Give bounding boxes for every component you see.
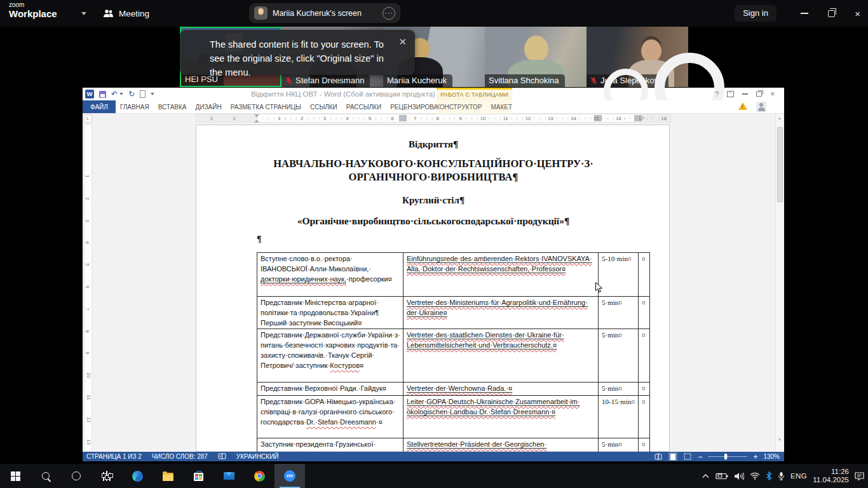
cell-german[interactable]: Vertreter·​des·​staatlichen·​Dienstes·​d… xyxy=(403,329,599,383)
cell-duration[interactable]: 5·​min¤ xyxy=(599,329,639,383)
people-icon xyxy=(103,9,114,18)
vertical-scrollbar[interactable]: ▲ ▼ xyxy=(775,114,783,452)
cell-german[interactable]: Vertreter·​des·​Ministeriums·​für·​Agrar… xyxy=(403,297,599,329)
avatar xyxy=(254,6,268,20)
cell-ukrainian[interactable]: Заступник·​президента·​Грузинської·​ xyxy=(257,438,403,452)
scroll-up-icon[interactable]: ▲ xyxy=(776,115,783,121)
indent-marker[interactable] xyxy=(254,114,260,123)
document-page[interactable]: Відкриття¶ НАВЧАЛЬНО-НАУКОВОГО·​КОНСУЛЬТ… xyxy=(196,125,670,452)
proofing-error-icon[interactable] xyxy=(218,453,226,460)
contextual-tab-1[interactable]: КОНСТРУКТОР xyxy=(431,100,486,114)
user-profile-icon[interactable] xyxy=(756,102,766,112)
cell-ukrainian[interactable]: Представник·​Міністерства·​аграрної·​пол… xyxy=(257,297,403,329)
task-view-button[interactable] xyxy=(92,464,122,488)
participant-video[interactable]: Svitlana Shchokina xyxy=(485,27,587,87)
sign-in-button[interactable]: Sign in xyxy=(735,5,776,22)
speaker-icon[interactable] xyxy=(734,472,744,480)
participant-video-strip: HEI PSUStefan DreesmannMariia KucherukSv… xyxy=(0,27,868,88)
cell-duration[interactable]: 5-10·​min¤ xyxy=(599,253,639,297)
ribbon-tab-1[interactable]: ФАЙЛ xyxy=(83,100,116,113)
cortana-button[interactable] xyxy=(61,464,92,488)
ribbon-tab-4[interactable]: ДИЗАЙН xyxy=(191,100,226,113)
read-mode-icon[interactable] xyxy=(654,452,663,461)
ruler-number: 14 xyxy=(571,116,576,121)
language-indicator[interactable]: УКРАИНСКИЙ xyxy=(236,453,279,460)
bluetooth-icon[interactable] xyxy=(766,471,772,480)
language-tray[interactable]: ENG xyxy=(790,472,807,480)
battery-icon[interactable] xyxy=(715,472,728,480)
undo-icon[interactable]: ↶ xyxy=(111,90,118,98)
scroll-down-icon[interactable]: ▼ xyxy=(776,437,783,443)
ribbon-tab-3[interactable]: ВСТАВКА xyxy=(154,100,191,113)
cell-duration[interactable]: 5·​min¤ xyxy=(599,297,639,329)
restore-icon[interactable] xyxy=(828,10,835,17)
customize-qat-icon[interactable] xyxy=(151,93,154,95)
chrome-button[interactable] xyxy=(244,464,275,488)
close-notification-icon[interactable]: ✕ xyxy=(398,36,407,48)
start-button[interactable] xyxy=(0,464,31,488)
minimize-icon[interactable] xyxy=(801,13,808,14)
cell-ukrainian[interactable]: Вступне·​слово·​в.о.·​ректора·​ІВАНОВСЬК… xyxy=(257,253,403,297)
ruler-number: 8 xyxy=(437,116,439,121)
shared-screen-pill[interactable]: Mariia Kucheruk's screen ··· xyxy=(249,3,400,23)
zoom-slider[interactable] xyxy=(708,456,747,457)
web-layout-icon[interactable] xyxy=(683,452,692,461)
tab-stop-selector[interactable]: L xyxy=(84,114,92,123)
doc-table[interactable]: Вступне·​слово·​в.о.·​ректора·​ІВАНОВСЬК… xyxy=(257,252,650,452)
save-icon[interactable] xyxy=(99,91,106,98)
new-document-icon[interactable] xyxy=(140,90,146,98)
word-restore-icon[interactable] xyxy=(756,92,762,97)
zoom-app-button[interactable]: zm xyxy=(275,464,305,488)
cell-german[interactable]: Einführungsrede·​des·​amtierenden·​Rekto… xyxy=(403,253,599,297)
zoom-slider-thumb[interactable] xyxy=(724,454,727,459)
cell-german[interactable]: Stellvertretender·​Präsident·​der·​Georg… xyxy=(403,438,599,452)
ribbon-tab-5[interactable]: РАЗМЕТКА СТРАНИЦЫ xyxy=(226,100,306,113)
zoom-in-icon[interactable]: + xyxy=(753,453,757,461)
mail-button[interactable] xyxy=(214,464,244,488)
undo-dropdown-icon[interactable] xyxy=(119,93,123,95)
wifi-icon[interactable] xyxy=(750,472,760,480)
print-layout-icon[interactable] xyxy=(668,452,677,461)
vertical-ruler[interactable]: 12345678910111213 xyxy=(84,125,92,452)
row-end-marker: ¤ xyxy=(639,438,650,452)
zoom-level[interactable]: 130% xyxy=(763,453,780,460)
cell-ukrainian[interactable]: Представник·​Державної·​служби·​України·… xyxy=(257,329,403,383)
clock[interactable]: 11:26 11.04.2025 xyxy=(813,468,849,484)
search-button[interactable] xyxy=(31,464,61,488)
ribbon-tab-7[interactable]: РАССЫЛКИ xyxy=(342,100,386,113)
ribbon-display-options-icon[interactable] xyxy=(727,91,734,97)
mic-muted-icon xyxy=(590,77,597,85)
tab-meeting[interactable]: Meeting xyxy=(103,0,149,27)
word-logo-icon[interactable]: W xyxy=(85,90,94,98)
column-marker[interactable] xyxy=(399,115,407,121)
edge-button[interactable] xyxy=(122,464,153,488)
horizontal-ruler[interactable]: 21123456789101112131415161718 xyxy=(196,114,671,123)
action-center-icon[interactable] xyxy=(855,472,864,480)
store-button[interactable] xyxy=(183,464,214,488)
word-close-icon[interactable]: × xyxy=(770,90,775,98)
scrollbar-thumb[interactable] xyxy=(777,127,783,202)
ribbon-tab-6[interactable]: ССЫЛКИ xyxy=(306,100,342,113)
more-options-icon[interactable]: ··· xyxy=(383,7,395,20)
cell-duration[interactable]: 5·​min¤ xyxy=(599,438,639,452)
help-icon[interactable]: ? xyxy=(715,90,719,98)
word-minimize-icon[interactable] xyxy=(742,93,748,95)
file-explorer-button[interactable] xyxy=(153,464,183,488)
contextual-tab-2[interactable]: МАКЕТ xyxy=(486,100,517,114)
cell-ukrainian[interactable]: Представник·​Верховної·​Ради.·​Гайдук¤ xyxy=(257,383,403,396)
redo-icon[interactable]: ↻ xyxy=(128,90,135,98)
page-indicator[interactable]: СТРАНИЦА 1 ИЗ 2 xyxy=(86,453,142,460)
chevron-down-icon[interactable] xyxy=(81,12,86,15)
cell-duration[interactable]: 10-15·​min¤ xyxy=(599,396,639,438)
word-count[interactable]: ЧИСЛО СЛОВ: 287 xyxy=(152,453,208,460)
cell-duration[interactable]: 5·​min¤ xyxy=(599,383,639,396)
ribbon-tab-2[interactable]: ГЛАВНАЯ xyxy=(116,100,154,113)
close-icon[interactable]: × xyxy=(855,9,860,18)
warning-icon[interactable] xyxy=(738,102,747,110)
tray-chevron-icon[interactable] xyxy=(702,473,710,479)
microphone-icon[interactable] xyxy=(778,471,785,480)
cell-ukrainian[interactable]: Представник·​GOPA·​Німецько-українська·​… xyxy=(257,396,403,438)
cell-german[interactable]: Vertreter·​der·​Werchowna·​Rada.·​¤ xyxy=(403,383,599,396)
zoom-out-icon[interactable]: − xyxy=(698,453,702,461)
cell-german[interactable]: Leiter·​GOPA·​Deutsch-Ukrainische·​Zusam… xyxy=(403,396,599,438)
